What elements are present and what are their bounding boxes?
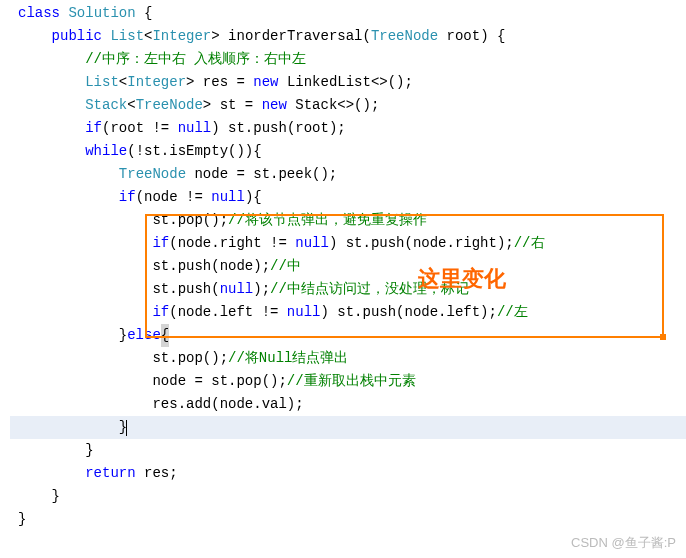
code-line: class Solution {	[10, 2, 686, 25]
code-line: }	[10, 416, 686, 439]
code-line: }	[10, 508, 686, 531]
code-line: }else{	[10, 324, 686, 347]
watermark: CSDN @鱼子酱:P	[571, 534, 676, 552]
code-line: st.push(node);//中	[10, 255, 686, 278]
type: Solution	[68, 2, 135, 25]
comment: //中序：左中右 入栈顺序：右中左	[85, 48, 306, 71]
code-line: while(!st.isEmpty()){	[10, 140, 686, 163]
code-line: st.pop();//将该节点弹出，避免重复操作	[10, 209, 686, 232]
code-line: st.pop();//将Null结点弹出	[10, 347, 686, 370]
code-line: if(node != null){	[10, 186, 686, 209]
code-line: st.push(null);//中结点访问过，没处理，标记	[10, 278, 686, 301]
code-line: return res;	[10, 462, 686, 485]
text-cursor	[126, 420, 127, 436]
code-line: Stack<TreeNode> st = new Stack<>();	[10, 94, 686, 117]
code-line: if(node.right != null) st.push(node.righ…	[10, 232, 686, 255]
code-line: }	[10, 485, 686, 508]
code-line: if(node.left != null) st.push(node.left)…	[10, 301, 686, 324]
code-line: List<Integer> res = new LinkedList<>();	[10, 71, 686, 94]
code-block: class Solution { public List<Integer> in…	[0, 0, 686, 531]
code-line: node = st.pop();//重新取出栈中元素	[10, 370, 686, 393]
code-line: res.add(node.val);	[10, 393, 686, 416]
keyword: public	[52, 25, 102, 48]
code-line: //中序：左中右 入栈顺序：右中左	[10, 48, 686, 71]
code-line: TreeNode node = st.peek();	[10, 163, 686, 186]
code-line: public List<Integer> inorderTraversal(Tr…	[10, 25, 686, 48]
keyword: class	[18, 2, 60, 25]
code-line: if(root != null) st.push(root);	[10, 117, 686, 140]
code-line: }	[10, 439, 686, 462]
